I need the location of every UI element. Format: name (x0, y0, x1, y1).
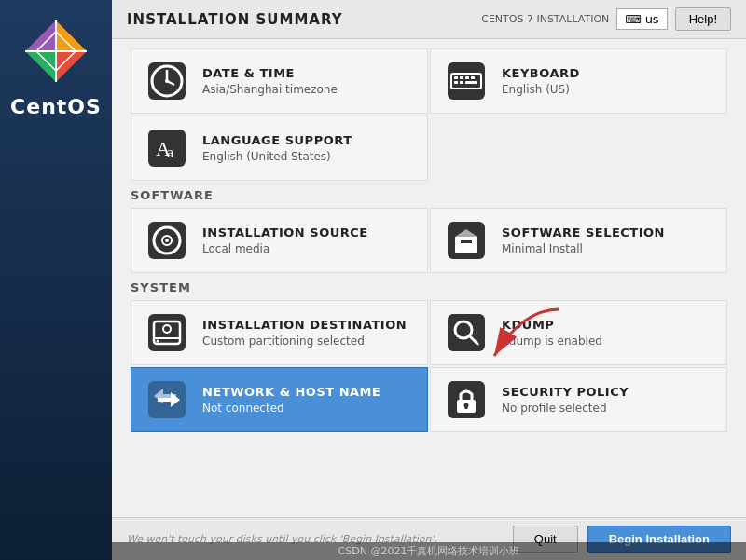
language-icon: A a (145, 126, 189, 171)
header: INSTALLATION SUMMARY CENTOS 7 INSTALLATI… (112, 0, 746, 39)
clock-icon (145, 59, 189, 103)
brand-label: CentOS (10, 95, 102, 118)
lock-icon (444, 377, 489, 422)
svg-rect-18 (454, 81, 458, 84)
lang-value: us (645, 12, 659, 26)
page-title: INSTALLATION SUMMARY (127, 11, 343, 28)
svg-rect-37 (448, 314, 485, 351)
language-support-item[interactable]: A a LANGUAGE SUPPORT English (United Sta… (131, 116, 428, 181)
watermark: CSDN @2021千真机网络技术培训小班 (112, 542, 746, 560)
language-selector[interactable]: ⌨ us (616, 8, 667, 30)
software-selection-subtitle: Minimal Install (502, 242, 713, 255)
installation-destination-text: INSTALLATION DESTINATION Custom partitio… (202, 318, 414, 348)
installation-destination-item[interactable]: INSTALLATION DESTINATION Custom partitio… (131, 300, 428, 365)
centos-install-label: CENTOS 7 INSTALLATION (481, 13, 609, 25)
security-policy-item[interactable]: SECURITY POLICY No profile selected (430, 367, 727, 432)
svg-text:a: a (167, 144, 173, 160)
keyboard-icon (444, 59, 489, 103)
date-time-title: DATE & TIME (202, 66, 414, 82)
svg-point-36 (157, 340, 159, 343)
system-section-label: SYSTEM (131, 280, 727, 294)
svg-point-11 (165, 79, 169, 83)
kdump-title: KDUMP (502, 318, 713, 334)
svg-rect-17 (471, 76, 475, 79)
keyboard-item[interactable]: KEYBOARD English (US) (430, 48, 727, 114)
installation-destination-subtitle: Custom partitioning selected (202, 335, 414, 348)
sidebar: CentOS (0, 0, 112, 560)
svg-rect-16 (465, 76, 469, 79)
installation-source-item[interactable]: INSTALLATION SOURCE Local media (131, 208, 428, 273)
date-time-item[interactable]: DATE & TIME Asia/Shanghai timezone (131, 48, 428, 114)
help-button[interactable]: Help! (675, 7, 731, 31)
svg-rect-29 (455, 237, 477, 253)
network-hostname-item[interactable]: NETWORK & HOST NAME Not connected (131, 367, 428, 432)
centos-logo-icon (23, 19, 89, 84)
svg-rect-46 (465, 405, 468, 409)
svg-rect-15 (460, 76, 463, 79)
installation-source-subtitle: Local media (202, 242, 414, 255)
svg-point-27 (165, 239, 169, 242)
language-support-subtitle: English (United States) (202, 150, 414, 163)
header-right: CENTOS 7 INSTALLATION ⌨ us Help! (481, 7, 731, 31)
security-policy-title: SECURITY POLICY (502, 385, 713, 401)
disk-icon (145, 310, 189, 355)
disc-icon (145, 218, 189, 263)
language-support-title: LANGUAGE SUPPORT (202, 133, 414, 149)
security-policy-subtitle: No profile selected (502, 402, 713, 415)
kdump-text: KDUMP Kdump is enabled (502, 318, 713, 348)
svg-rect-31 (461, 240, 472, 243)
language-support-text: LANGUAGE SUPPORT English (United States) (202, 133, 414, 164)
software-section-label: SOFTWARE (131, 188, 727, 202)
software-selection-text: SOFTWARE SELECTION Minimal Install (502, 225, 713, 256)
network-hostname-title: NETWORK & HOST NAME (202, 385, 414, 401)
svg-rect-20 (465, 81, 477, 84)
keyboard-small-icon: ⌨ (625, 13, 641, 26)
keyboard-text: KEYBOARD English (US) (502, 66, 713, 97)
kdump-icon (444, 310, 489, 355)
installation-destination-title: INSTALLATION DESTINATION (202, 318, 414, 334)
date-time-subtitle: Asia/Shanghai timezone (202, 83, 414, 96)
kdump-subtitle: Kdump is enabled (502, 335, 713, 348)
svg-rect-14 (454, 76, 458, 79)
network-hostname-subtitle: Not connected (202, 402, 414, 415)
main-panel: INSTALLATION SUMMARY CENTOS 7 INSTALLATI… (112, 0, 746, 560)
network-icon (145, 377, 189, 422)
software-selection-item[interactable]: SOFTWARE SELECTION Minimal Install (430, 208, 727, 273)
installation-source-text: INSTALLATION SOURCE Local media (202, 225, 414, 256)
installation-source-title: INSTALLATION SOURCE (202, 225, 414, 241)
package-icon (444, 218, 489, 263)
date-time-text: DATE & TIME Asia/Shanghai timezone (202, 66, 414, 97)
keyboard-title: KEYBOARD (502, 66, 713, 82)
keyboard-subtitle: English (US) (502, 83, 713, 96)
svg-rect-19 (460, 81, 463, 84)
network-hostname-text: NETWORK & HOST NAME Not connected (202, 385, 414, 416)
content-area: DATE & TIME Asia/Shanghai timezone (112, 39, 746, 517)
kdump-item[interactable]: KDUMP Kdump is enabled (430, 300, 727, 365)
software-selection-title: SOFTWARE SELECTION (502, 225, 713, 241)
security-policy-text: SECURITY POLICY No profile selected (502, 385, 713, 416)
